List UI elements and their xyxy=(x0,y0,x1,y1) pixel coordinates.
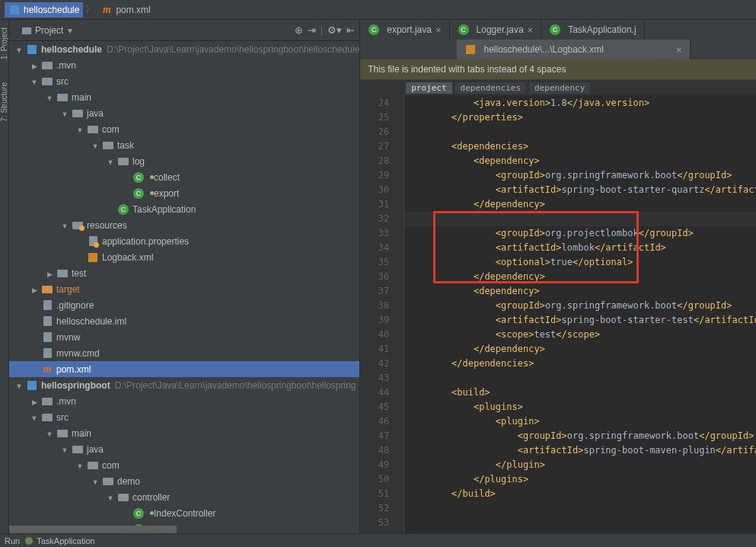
code-line-46[interactable]: <plugin> xyxy=(404,414,756,429)
code-line-27[interactable]: <dependencies> xyxy=(404,139,756,154)
crumb-dependencies[interactable]: dependencies xyxy=(455,82,526,94)
tree-collapse-icon[interactable] xyxy=(104,492,117,503)
run-label[interactable]: Run xyxy=(5,536,20,545)
code-line-49[interactable]: </plugin> xyxy=(404,458,756,472)
line-number[interactable]: 33 xyxy=(360,226,389,241)
tree-collapse-icon[interactable] xyxy=(12,380,26,391)
tree-row--mvn[interactable]: .mvn xyxy=(9,393,359,409)
line-number[interactable]: 47 xyxy=(360,429,389,443)
code-line-25[interactable]: </properties> xyxy=(404,110,756,125)
tree-row-main[interactable]: main xyxy=(9,425,359,441)
editor-tab-export-java[interactable]: export.java× xyxy=(360,20,449,40)
code-line-38[interactable]: <groupId>org.springframework.boot</group… xyxy=(404,299,756,313)
code-line-48[interactable]: <artifactId>spring-boot-maven-plugin</ar… xyxy=(404,443,756,458)
tree-row-src[interactable]: src xyxy=(9,409,359,425)
code-line-26[interactable] xyxy=(404,125,756,139)
run-config-label[interactable]: TaskApplication xyxy=(37,536,94,545)
code-line-31[interactable]: </dependency> xyxy=(404,197,756,212)
tree-expand-icon[interactable] xyxy=(27,60,41,71)
tree-collapse-icon[interactable] xyxy=(12,44,26,55)
tree-row-com[interactable]: com xyxy=(9,121,359,137)
code-line-40[interactable]: <scope>test</scope> xyxy=(404,328,756,342)
line-number[interactable]: 38 xyxy=(360,299,389,313)
tree-row-pom-xml[interactable]: pom.xml xyxy=(9,361,359,377)
tree-collapse-icon[interactable] xyxy=(88,476,102,487)
line-number[interactable]: 36 xyxy=(360,270,389,284)
line-number[interactable]: 45 xyxy=(360,400,389,414)
tree-row-main[interactable]: main xyxy=(9,89,359,105)
structure-toolwindow-tab[interactable]: 7: Structure xyxy=(0,82,8,122)
tree-collapse-icon[interactable] xyxy=(73,124,87,135)
code-line-34[interactable]: <artifactId>lombok</artifactId> xyxy=(404,241,756,255)
code-area[interactable]: 2425262728293031323334353637383940414243… xyxy=(360,95,756,533)
tree-collapse-icon[interactable] xyxy=(43,92,56,103)
line-number[interactable]: 34 xyxy=(360,241,389,255)
tree-row-hellospringboot[interactable]: hellospringbootD:\Project\Java\Learn\jav… xyxy=(9,377,359,393)
locate-icon[interactable]: ⊕ xyxy=(295,24,303,36)
code-line-24[interactable]: <java.version>1.8</java.version> xyxy=(404,96,756,110)
code-line-43[interactable] xyxy=(404,371,756,385)
tree-row-controller[interactable]: controller xyxy=(9,489,359,505)
tree-row-logback-xml[interactable]: Logback.xml xyxy=(9,249,359,265)
line-number[interactable]: 42 xyxy=(360,357,389,371)
tree-collapse-icon[interactable] xyxy=(27,412,41,423)
code-line-35[interactable]: <optional>true</optional> xyxy=(404,255,756,270)
tree-collapse-icon[interactable] xyxy=(58,444,72,455)
close-icon[interactable]: × xyxy=(528,24,534,36)
code-line-50[interactable]: </plugins> xyxy=(404,472,756,487)
code-line-39[interactable]: <artifactId>spring-boot-starter-test</ar… xyxy=(404,313,756,328)
code-line-52[interactable] xyxy=(404,501,756,516)
tree-row--mvn[interactable]: .mvn xyxy=(9,57,359,73)
tree-row-indexcontroller[interactable]: IndexController xyxy=(9,505,359,521)
scrollbar-thumb[interactable] xyxy=(9,526,177,533)
collapse-icon[interactable]: ⇥ xyxy=(308,24,316,36)
line-number[interactable]: 39 xyxy=(360,313,389,328)
line-number[interactable]: 24 xyxy=(360,96,389,110)
chevron-down-icon[interactable]: ▾ xyxy=(68,25,72,36)
tree-row-target[interactable]: target xyxy=(9,281,359,297)
gear-icon[interactable]: ⚙▾ xyxy=(327,24,342,36)
tree-row-demo[interactable]: demo xyxy=(9,473,359,489)
code-line-29[interactable]: <groupId>org.springframework.boot</group… xyxy=(404,168,756,183)
line-number[interactable]: 49 xyxy=(360,458,389,472)
tree-row-taskapplication[interactable]: TaskApplication xyxy=(9,201,359,217)
line-number[interactable]: 26 xyxy=(360,125,389,139)
editor-tab-logback[interactable]: helloschedule\...\Logback.xml × xyxy=(457,40,690,59)
tree-row-java[interactable]: java xyxy=(9,105,359,121)
tree-collapse-icon[interactable] xyxy=(104,156,117,167)
tree-row-com[interactable]: com xyxy=(9,457,359,473)
project-toolwindow-tab[interactable]: 1: Project xyxy=(0,27,8,59)
line-number[interactable]: 27 xyxy=(360,139,389,154)
tree-expand-icon[interactable] xyxy=(27,284,41,295)
breadcrumb-project[interactable]: helloschedule xyxy=(5,2,83,18)
code-line-30[interactable]: <artifactId>spring-boot-starter-quartz</… xyxy=(404,183,756,197)
line-number[interactable]: 30 xyxy=(360,183,389,197)
breadcrumb-file[interactable]: pom.xml xyxy=(97,2,154,18)
code-content[interactable]: <java.version>1.8</java.version> </prope… xyxy=(404,95,756,533)
line-number[interactable]: 52 xyxy=(360,501,389,516)
line-number[interactable]: 28 xyxy=(360,154,389,168)
tree-collapse-icon[interactable] xyxy=(43,428,56,439)
tree-row-mvnw[interactable]: mvnw xyxy=(9,329,359,345)
line-number[interactable]: 35 xyxy=(360,255,389,270)
crumb-dependency[interactable]: dependency xyxy=(529,82,590,94)
close-icon[interactable]: × xyxy=(435,24,442,36)
tree-row-mvnw-cmd[interactable]: mvnw.cmd xyxy=(9,345,359,361)
fold-gutter[interactable] xyxy=(394,95,404,533)
tree-collapse-icon[interactable] xyxy=(73,460,87,471)
line-number[interactable]: 51 xyxy=(360,487,389,501)
line-number[interactable]: 50 xyxy=(360,472,389,487)
tree-expand-icon[interactable] xyxy=(43,268,56,279)
tree-row-application-properties[interactable]: application.properties xyxy=(9,233,359,249)
code-line-47[interactable]: <groupId>org.springframework.boot</group… xyxy=(404,429,756,443)
code-line-37[interactable]: <dependency> xyxy=(404,284,756,299)
close-icon[interactable]: × xyxy=(676,44,682,56)
tree-scrollbar[interactable] xyxy=(9,526,359,533)
tree-row-log[interactable]: log xyxy=(9,153,359,169)
code-line-33[interactable]: <groupId>org.projectlombok</groupId> xyxy=(404,226,756,241)
line-number[interactable]: 25 xyxy=(360,110,389,125)
code-line-42[interactable]: </dependencies> xyxy=(404,357,756,371)
code-line-45[interactable]: <plugins> xyxy=(404,400,756,414)
line-number[interactable]: 40 xyxy=(360,328,389,342)
tree-row-src[interactable]: src xyxy=(9,73,359,89)
